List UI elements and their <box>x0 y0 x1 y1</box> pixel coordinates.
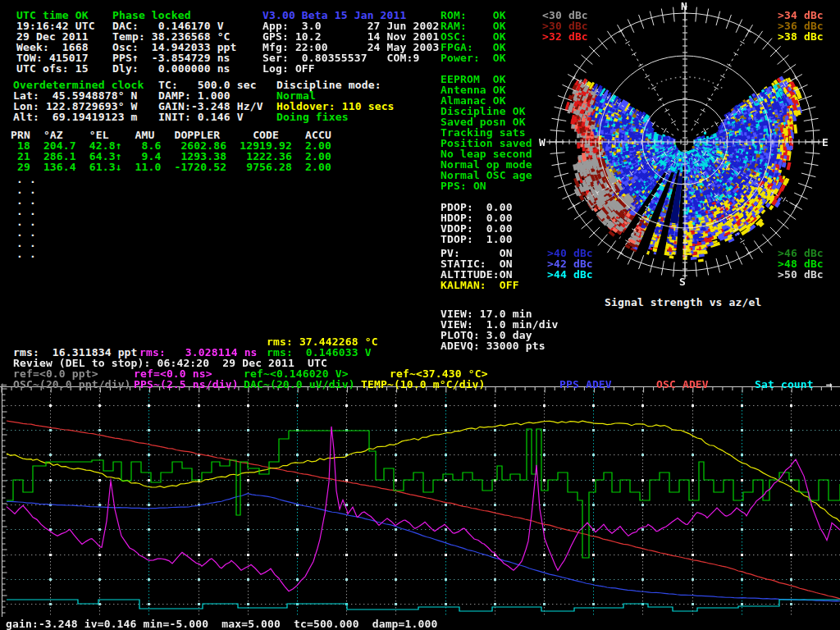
plot-label-osc-adev: OSC ADEV <box>656 379 709 390</box>
cable-delay: Dly: 0.000000 ns <box>112 63 231 74</box>
compass-w: W <box>539 137 546 148</box>
dbc-legend-gt50: >50 dBc <box>778 269 824 280</box>
compass-s: S <box>679 276 686 287</box>
strip-chart-plot <box>0 384 840 630</box>
power-status: Power: OK <box>441 52 506 63</box>
sat-row-29: 29 136.4 61.3↓ 11.0 -1720.52 9756.28 2.0… <box>11 162 331 172</box>
lady-heather-monitor-screen: UTC time OK19:16:42 UTC29 Dec 2011Week: … <box>0 0 840 630</box>
kalman-mode: KALMAN: OFF <box>441 280 519 290</box>
sat-row-empty: . . <box>16 249 36 259</box>
utc-offset: UTC ofs: 15 <box>16 63 89 74</box>
log-status: Log: OFF <box>262 63 315 74</box>
pps-enable: PPS: ON <box>441 180 486 191</box>
tdop: TDOP: 1.00 <box>441 234 513 244</box>
plot-label-pps-adev: PPS ADEV <box>559 379 612 390</box>
scroll-left-arrow: ← <box>1 379 7 390</box>
compass-e: E <box>822 137 829 148</box>
init-voltage: INIT: 0.146 V <box>158 112 244 122</box>
altitude-value: Alt: 69.19419123 m <box>13 112 138 122</box>
adev-queue: ADEVQ: 33000 pts <box>441 340 546 351</box>
dbc-legend-gt44: >44 dBc <box>547 269 593 280</box>
plot-label-sat-count: Sat count <box>755 379 814 390</box>
discipline-fixes: Doing fixes <box>276 112 349 122</box>
dbc-legend-gt32: >32 dBc <box>542 31 588 42</box>
plot-label-temp: TEMP~(10.0 m°C/div) <box>361 379 486 390</box>
polar-plot-title: Signal strength vs az/el <box>605 297 761 308</box>
plot-label-pps: PPS~(2.5 ns/div) <box>134 379 239 390</box>
osc-params-status: gain:-3.248 iv=0.146 min=-5.000 max=5.00… <box>6 619 437 629</box>
plot-label-dac: DAC~(20.0 uV/div) <box>244 379 355 390</box>
dbc-legend-gt38: >38 dBc <box>778 31 824 42</box>
scroll-right-arrow: → <box>826 379 833 390</box>
compass-n: N <box>681 1 687 11</box>
plot-label-osc: OSC~(20.0 ppt/div) <box>13 379 131 390</box>
